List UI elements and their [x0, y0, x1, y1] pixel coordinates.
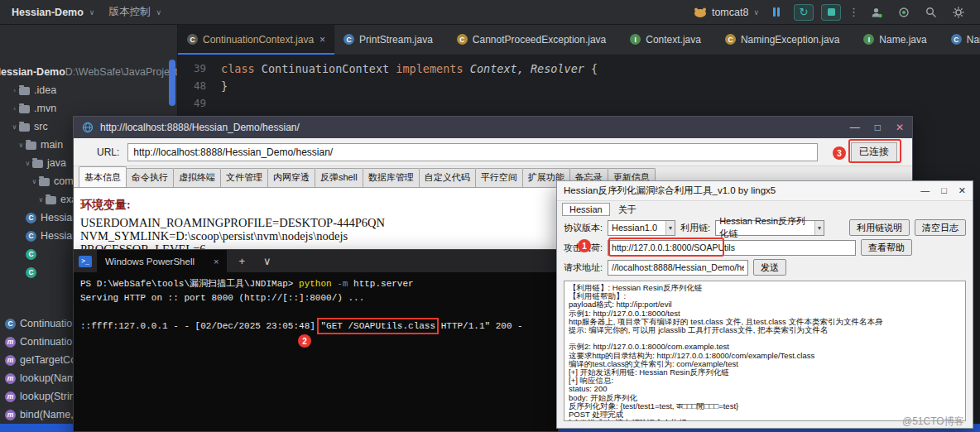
rerun-icon: ↻ [800, 7, 809, 17]
editor-tab-label: NamingException.java [741, 34, 839, 46]
webshell-tab[interactable]: 自定义代码 [419, 168, 476, 187]
webshell-tab[interactable]: 虚拟终端 [173, 168, 221, 187]
file-type-icon: C [187, 34, 198, 45]
maximize-icon[interactable]: □ [875, 122, 881, 133]
target-input[interactable] [608, 260, 748, 276]
collaborate-button[interactable] [867, 4, 886, 21]
tree-chevron-icon[interactable]: › [10, 105, 19, 113]
editor-tab-label: CannotProceedException.java [473, 34, 606, 46]
terminal-line: ::ffff:127.0.0.1 - - [02/Dec/2025 23:05:… [80, 319, 558, 334]
terminal-output[interactable]: PS D:\WebSafe\tools\漏洞扫描工具\JNDIMap> pyth… [74, 272, 558, 431]
terminal-tab[interactable]: Windows PowerShell × [97, 250, 227, 272]
pause-button[interactable] [766, 4, 786, 21]
editor-tab[interactable]: C CannotProceedException.java [448, 25, 621, 54]
log-line: [+] 响应信息: [569, 377, 961, 385]
terminal-line [80, 305, 558, 319]
gadget-help-button[interactable]: 利用链说明 [849, 219, 910, 236]
webshell-tab-label: 内网穿透 [273, 172, 310, 182]
vcs-widget[interactable]: 版本控制 [108, 5, 150, 19]
parameter: -m [332, 279, 353, 289]
webshell-tab-label: 反弹shell [320, 172, 358, 182]
protocol-select[interactable]: Hessian1.0 ▾ [608, 220, 675, 236]
webshell-tab[interactable]: 文件管理 [220, 168, 268, 187]
webshell-tab[interactable]: 平行空间 [475, 168, 523, 187]
minimize-icon[interactable]: — [850, 122, 860, 133]
stop-icon [828, 8, 835, 16]
log-suffix: HTTP/1.1" 200 - [435, 321, 523, 331]
tree-chevron-icon[interactable]: ∨ [10, 123, 19, 131]
tab-close-icon[interactable]: × [319, 34, 325, 46]
url-input[interactable] [127, 143, 818, 161]
argument: http.server [353, 279, 414, 289]
webshell-tab-label: 自定义代码 [425, 172, 470, 182]
tree-scrollbar-thumb[interactable] [169, 60, 175, 106]
tree-chevron-icon[interactable]: ∨ [30, 178, 39, 185]
editor-tab[interactable]: C ContinuationContext.java × [178, 25, 334, 54]
webshell-tab[interactable]: 基本信息 [79, 166, 127, 187]
keyword: class [221, 62, 262, 75]
rerun-button[interactable]: ↻ [794, 4, 814, 21]
tab-dropdown-icon[interactable]: ∨ [257, 255, 278, 267]
target-row: 请求地址: 发送 [557, 257, 973, 277]
project-root-item[interactable]: Hessian-Demo D:\WebSafe\JavaProject\Hess… [0, 63, 177, 81]
editor-tab[interactable]: I Context.java [621, 25, 716, 54]
tree-item[interactable]: › .idea [0, 81, 177, 99]
tree-chevron-icon[interactable]: ∨ [17, 142, 26, 149]
project-root-path: D:\WebSafe\JavaProject\Hessian [65, 66, 178, 78]
run-config-selector[interactable]: tomcat8 ∨ [694, 7, 759, 18]
tree-item-label: .idea [34, 84, 56, 96]
more-actions-button[interactable]: ⋮ [848, 6, 859, 18]
search-button[interactable] [921, 4, 941, 21]
editor-tab[interactable]: C NamingManager.jav [942, 25, 980, 54]
close-icon[interactable]: ✕ [958, 185, 966, 196]
tree-item[interactable]: › .mvn [0, 99, 177, 118]
tree-item-label: src [34, 121, 48, 132]
webshell-tab[interactable]: 反弹shell [315, 168, 363, 187]
window-titlebar[interactable]: http://localhost:8888/Hessian_Demo/hessi… [74, 117, 912, 138]
webshell-tab[interactable]: 数据库管理 [363, 168, 420, 187]
url-label: URL: [97, 146, 119, 158]
log-prefix: ::ffff:127.0.0.1 - - [02/Dec/2025 23:05:… [80, 321, 320, 331]
tree-chevron-icon[interactable]: ∨ [23, 160, 32, 167]
annotation-box-connect [848, 139, 901, 163]
project-root-name: Hessian-Demo [0, 66, 65, 78]
structure-item-icon: m [5, 373, 16, 384]
highlighted-request: "GET /SOAPUtils.class [320, 321, 435, 331]
clear-log-button[interactable]: 清空日志 [915, 219, 966, 236]
line-number: 39 [178, 62, 221, 74]
window-titlebar[interactable]: Hessian反序列化漏洞综合利用工具_v1.0 by lingx5 — □ ✕ [557, 181, 973, 201]
tree-chevron-icon[interactable]: › [10, 87, 19, 94]
editor-tab-label: NamingManager.jav [967, 34, 980, 46]
gadget-select[interactable]: Hessian Resin反序列化链 ▾ [715, 220, 824, 236]
minimize-icon[interactable]: — [920, 185, 930, 196]
editor-tab[interactable]: I Name.java [854, 25, 941, 54]
tree-chevron-icon[interactable]: ∨ [36, 196, 46, 204]
close-icon[interactable]: ✕ [896, 122, 904, 133]
editor-tabbar: C ContinuationContext.java × C PrintStre… [178, 25, 980, 55]
project-selector[interactable]: Hessian-Demo [12, 7, 84, 18]
maximize-icon[interactable]: □ [941, 185, 947, 196]
send-button[interactable]: 发送 [753, 259, 786, 276]
view-help-button[interactable]: 查看帮助 [861, 239, 912, 256]
webshell-tab[interactable]: 命令执行 [126, 168, 174, 187]
class-name: ContinuationContext [262, 62, 396, 75]
globe-icon [82, 122, 94, 133]
editor-tab[interactable]: C PrintStream.java [334, 25, 448, 54]
webshell-tab-label: 命令执行 [132, 172, 168, 182]
new-tab-button[interactable]: + [232, 255, 252, 267]
pause-icon [773, 7, 780, 17]
menu-about[interactable]: 关于 [612, 203, 643, 217]
tool-log-area[interactable]: 【利用链】: Hessian Resin反序列化链【利用链帮助】:payload… [564, 281, 966, 421]
stop-button[interactable] [821, 4, 841, 21]
menu-hessian[interactable]: Hessian [562, 203, 610, 216]
webshell-tab[interactable]: 内网穿透 [267, 168, 315, 187]
tab-close-icon[interactable]: × [214, 257, 219, 266]
editor-tab[interactable]: C NamingException.java [716, 25, 854, 54]
annotation-badge-2: 2 [298, 334, 311, 348]
tree-item-label: java [47, 157, 66, 169]
settings-button[interactable] [949, 4, 968, 21]
record-button[interactable] [894, 4, 914, 21]
brace: { [591, 62, 598, 75]
url-row: URL: 已连接 [74, 138, 912, 166]
terminal-titlebar[interactable]: >_ Windows PowerShell × + ∨ [74, 250, 558, 272]
